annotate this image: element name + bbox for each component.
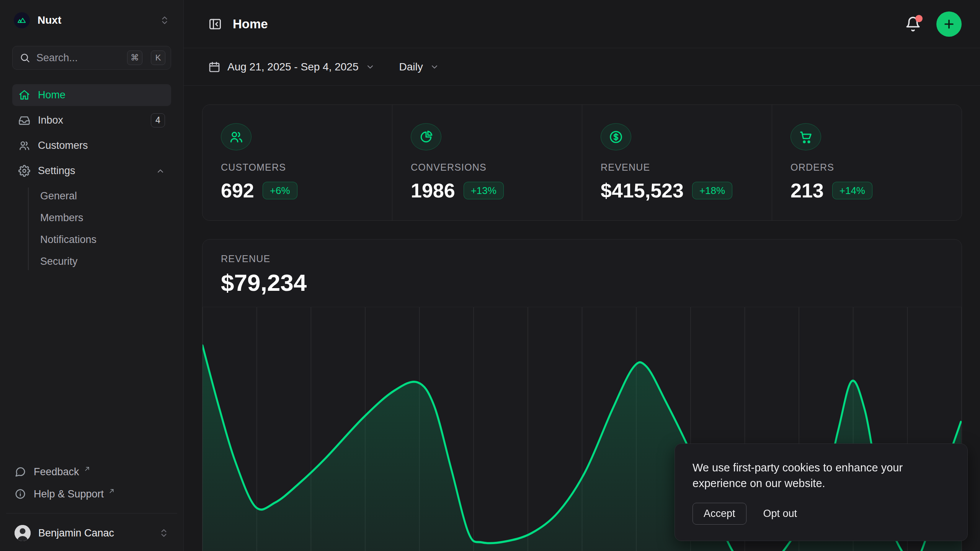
chart-title: REVENUE xyxy=(221,253,943,264)
stat-delta-badge: +18% xyxy=(692,182,732,199)
help-support-link[interactable]: Help & Support xyxy=(12,484,171,504)
stat-value: 213 xyxy=(791,179,824,202)
home-icon xyxy=(18,89,30,101)
opt-out-button[interactable]: Opt out xyxy=(763,508,797,520)
kbd-k: K xyxy=(151,51,165,65)
sidebar-item-inbox[interactable]: Inbox 4 xyxy=(12,109,171,131)
accept-button[interactable]: Accept xyxy=(693,503,746,525)
date-range-picker[interactable]: Aug 21, 2025 - Sep 4, 2025 xyxy=(208,61,375,73)
search-input[interactable]: Search... ⌘ K xyxy=(12,46,171,70)
stat-revenue[interactable]: REVENUE $415,523 +18% xyxy=(582,105,772,220)
add-button[interactable] xyxy=(936,11,962,37)
stat-customers[interactable]: CUSTOMERS 692 +6% xyxy=(203,105,392,220)
sidebar-item-notifications[interactable]: Notifications xyxy=(40,229,171,251)
user-menu[interactable]: Benjamin Canac xyxy=(12,521,171,545)
pie-chart-icon xyxy=(419,130,433,144)
page-title: Home xyxy=(233,17,905,31)
sidebar-item-security[interactable]: Security xyxy=(40,251,171,272)
users-icon xyxy=(18,140,30,152)
stat-label: REVENUE xyxy=(601,162,753,173)
stat-delta-badge: +6% xyxy=(263,182,297,199)
sidebar: Nuxt Search... ⌘ K Home Inbox 4 xyxy=(0,0,184,551)
users-icon xyxy=(229,130,243,144)
settings-subnav: General Members Notifications Security xyxy=(12,185,171,272)
stat-value: $415,523 xyxy=(601,179,684,202)
feedback-link[interactable]: Feedback xyxy=(12,462,171,482)
sidebar-item-members[interactable]: Members xyxy=(40,207,171,229)
chevron-down-icon xyxy=(430,62,439,72)
nuxt-logo-icon xyxy=(14,12,30,28)
stats-card: CUSTOMERS 692 +6% CONVERSIONS 1986 +13% xyxy=(202,104,962,221)
stat-value: 1986 xyxy=(411,179,455,202)
sidebar-item-customers[interactable]: Customers xyxy=(12,135,171,156)
plus-icon xyxy=(942,18,956,31)
chart-header: REVENUE $79,234 xyxy=(203,240,962,307)
sidebar-footer: Feedback Help & Support Benjamin Canac xyxy=(12,462,171,545)
granularity-label: Daily xyxy=(399,61,423,73)
date-range-label: Aug 21, 2025 - Sep 4, 2025 xyxy=(227,61,359,73)
chevrons-up-down-icon xyxy=(160,15,170,25)
inbox-icon xyxy=(18,114,30,126)
chat-bubble-icon xyxy=(15,466,26,478)
stat-delta-badge: +14% xyxy=(832,182,872,199)
team-name: Nuxt xyxy=(38,14,152,26)
stat-value: 692 xyxy=(221,179,254,202)
inbox-count-badge: 4 xyxy=(151,113,165,127)
stat-delta-badge: +13% xyxy=(464,182,504,199)
chevron-down-icon xyxy=(366,62,375,72)
panel-left-close-icon xyxy=(208,17,222,31)
chevron-up-icon xyxy=(156,166,165,176)
granularity-select[interactable]: Daily xyxy=(399,61,439,73)
gear-icon xyxy=(18,165,30,177)
shopping-cart-icon xyxy=(799,130,813,144)
calendar-icon xyxy=(208,61,220,73)
sidebar-item-general[interactable]: General xyxy=(40,185,171,207)
stat-label: CONVERSIONS xyxy=(411,162,564,173)
notification-dot xyxy=(915,15,923,22)
circle-dollar-icon xyxy=(609,130,623,144)
stat-conversions[interactable]: CONVERSIONS 1986 +13% xyxy=(392,105,582,220)
cookie-banner: We use first-party cookies to enhance yo… xyxy=(675,443,968,541)
cookie-message: We use first-party cookies to enhance yo… xyxy=(693,460,950,491)
chart-total-value: $79,234 xyxy=(221,269,943,296)
stat-label: CUSTOMERS xyxy=(221,162,374,173)
team-switcher[interactable]: Nuxt xyxy=(12,9,171,31)
avatar xyxy=(15,525,31,541)
stat-orders[interactable]: ORDERS 213 +14% xyxy=(772,105,962,220)
cookie-actions: Accept Opt out xyxy=(693,503,950,525)
sidebar-toggle-button[interactable] xyxy=(208,17,222,31)
sidebar-item-settings[interactable]: Settings xyxy=(12,160,171,182)
info-circle-icon xyxy=(15,488,26,500)
sidebar-divider xyxy=(6,513,177,514)
external-link-icon xyxy=(108,488,115,494)
page-header: Home xyxy=(184,0,980,48)
kbd-cmd: ⌘ xyxy=(127,51,142,65)
stat-label: ORDERS xyxy=(791,162,943,173)
external-link-icon xyxy=(84,466,90,472)
user-name: Benjamin Canac xyxy=(38,527,151,539)
filters-toolbar: Aug 21, 2025 - Sep 4, 2025 Daily xyxy=(184,48,980,86)
notifications-button[interactable] xyxy=(905,16,921,32)
search-icon xyxy=(20,52,30,63)
sidebar-nav: Home Inbox 4 Customers Settings General xyxy=(12,84,171,272)
search-placeholder: Search... xyxy=(36,52,121,64)
sidebar-item-home[interactable]: Home xyxy=(12,84,171,106)
chevrons-up-down-icon xyxy=(159,528,169,538)
sidebar-spacer xyxy=(12,272,171,462)
